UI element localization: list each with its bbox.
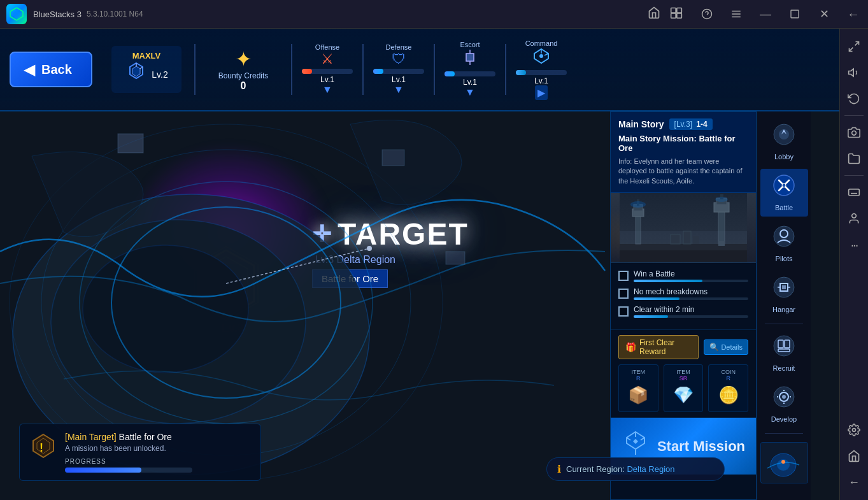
defense-icon: 🛡 <box>392 51 406 68</box>
region-text: Current Region: Delta Region <box>566 464 675 474</box>
command-upgrade-icon[interactable]: ▶ <box>535 85 548 100</box>
sidebar-separator-1 <box>844 115 864 116</box>
svg-line-59 <box>641 438 644 440</box>
target-region-text: Lv.3 Delta Region <box>312 254 469 266</box>
bs-screenshot-button[interactable] <box>843 121 865 144</box>
bs-sound-button[interactable] <box>843 61 865 84</box>
svg-line-95 <box>850 48 853 52</box>
develop-icon <box>772 385 795 413</box>
svg-rect-11 <box>791 10 799 18</box>
first-clear-badge: 🎁 First Clear Reward <box>618 335 699 359</box>
mission-header: Main Story [Lv.3] 1-4 Main Story Mission… <box>611 112 756 193</box>
sidebar-separator-2 <box>844 175 864 176</box>
notification-content: [Main Target] Battle for Ore A mission h… <box>65 432 251 473</box>
svg-point-90 <box>781 460 785 464</box>
maximize-button[interactable] <box>780 0 809 29</box>
menu-button[interactable] <box>722 0 751 29</box>
svg-point-104 <box>852 214 857 218</box>
offense-stat: Offense ⚔ Lv.1 ▼ <box>299 43 356 96</box>
bottom-notification: ! [Main Target] Battle for Ore A mission… <box>19 424 261 481</box>
command-icon <box>532 47 550 69</box>
svg-rect-2 <box>671 8 676 13</box>
reward-item-1: ITEM R 📦 <box>618 364 658 412</box>
objective-row-2: No mech breakdowns <box>618 287 748 300</box>
maxlv-icon <box>125 61 148 88</box>
svg-rect-73 <box>782 285 786 289</box>
reward-item-1-icon: 📦 <box>628 385 648 405</box>
start-mission-label: Start Mission <box>657 438 745 455</box>
lobby-label: Lobby <box>774 153 793 161</box>
notification-mission-name: Battle for Ore <box>119 432 172 442</box>
bs-folder-button[interactable] <box>843 147 865 170</box>
bs-more-button[interactable]: ··· <box>843 233 865 256</box>
svg-rect-3 <box>677 8 682 13</box>
nav-item-pilots[interactable]: Pilots <box>760 220 808 268</box>
target-title-text: TARGET <box>338 217 469 252</box>
notification-subtitle: A mission has been unlocked. <box>65 444 251 453</box>
bounty-star-icon: ✦ <box>235 47 252 71</box>
hangar-icon <box>772 276 795 303</box>
maxlv-value: Lv.2 <box>152 69 167 80</box>
minimize-button[interactable]: — <box>751 0 780 29</box>
svg-rect-52 <box>683 231 691 244</box>
back-button-titlebar[interactable]: ← <box>839 0 868 29</box>
defense-stat: Defense 🛡 Lv.1 ▼ <box>370 43 427 96</box>
objective-text-2: No mech breakdowns <box>634 287 748 296</box>
bs-back-bottom-button[interactable]: ← <box>843 471 865 494</box>
home-icon[interactable] <box>648 6 660 22</box>
bs-settings-button[interactable] <box>843 418 865 441</box>
objective-text-1: Win a Battle <box>634 269 748 278</box>
hex-target-marker: ! <box>188 245 264 322</box>
multi-icon[interactable] <box>670 6 683 22</box>
escort-icon <box>461 48 479 70</box>
objective-bar-1 <box>634 280 748 282</box>
battle-icon <box>772 174 795 201</box>
svg-marker-29 <box>132 66 140 76</box>
svg-line-94 <box>855 42 859 46</box>
close-button[interactable]: ✕ <box>809 0 839 29</box>
nav-item-develop[interactable]: Develop <box>760 380 808 428</box>
objective-checkbox-2 <box>618 289 629 299</box>
recruit-icon <box>772 334 795 362</box>
reward-item-1-rarity: R <box>636 375 641 382</box>
bluestacks-logo <box>6 4 27 24</box>
defense-bar-track <box>373 69 424 74</box>
nav-item-hangar[interactable]: Hangar <box>760 271 808 318</box>
details-button[interactable]: 🔍 Details <box>704 339 748 355</box>
reward-section: 🎁 First Clear Reward 🔍 Details ITEM R 📦 … <box>611 330 756 418</box>
objective-text-3: Clear within 2 min <box>634 305 748 314</box>
bs-home-bottom-button[interactable] <box>843 445 865 468</box>
defense-upgrade-icon[interactable]: ▼ <box>394 84 404 96</box>
nav-map-thumbnail[interactable] <box>760 442 808 483</box>
objective-bar-3 <box>634 315 748 318</box>
reward-item-1-label: ITEM <box>632 369 646 375</box>
details-label: Details <box>721 343 743 351</box>
objective-row-3: Clear within 2 min <box>618 305 748 318</box>
mission-description: Info: Evelynn and her team were deployed… <box>618 157 748 186</box>
help-button[interactable] <box>692 0 722 29</box>
escort-upgrade-icon[interactable]: ▼ <box>465 87 475 98</box>
svg-rect-21 <box>118 134 143 153</box>
reward-item-2-rarity: SR <box>679 375 688 382</box>
bs-person-button[interactable] <box>843 207 865 230</box>
nav-item-battle[interactable]: Battle <box>760 169 808 217</box>
objectives-section: Win a Battle No mech breakdowns <box>611 263 756 330</box>
bounty-value: 0 <box>241 80 246 92</box>
svg-rect-98 <box>849 189 860 196</box>
progress-bar <box>65 468 192 473</box>
back-button[interactable]: ◀ Back <box>10 52 92 87</box>
level-3-label: Lv.3 <box>222 322 244 335</box>
command-label: Command <box>525 39 558 47</box>
nav-item-lobby[interactable]: Lobby <box>760 118 808 166</box>
offense-upgrade-icon[interactable]: ▼ <box>322 84 332 96</box>
nav-item-recruit[interactable]: Recruit <box>760 329 808 377</box>
defense-label: Defense <box>386 43 412 51</box>
bs-rotate-button[interactable] <box>843 87 865 110</box>
offense-label: Offense <box>315 43 339 51</box>
bs-fullscreen-button[interactable] <box>843 35 865 58</box>
target-crosshair-icon: ✛ <box>312 221 331 248</box>
bs-keyboard-button[interactable] <box>843 181 865 204</box>
bounty-credits-block: ✦ Bounty Credits 0 <box>205 47 281 92</box>
objective-checkbox-1 <box>618 271 629 281</box>
objective-row-1: Win a Battle <box>618 269 748 282</box>
